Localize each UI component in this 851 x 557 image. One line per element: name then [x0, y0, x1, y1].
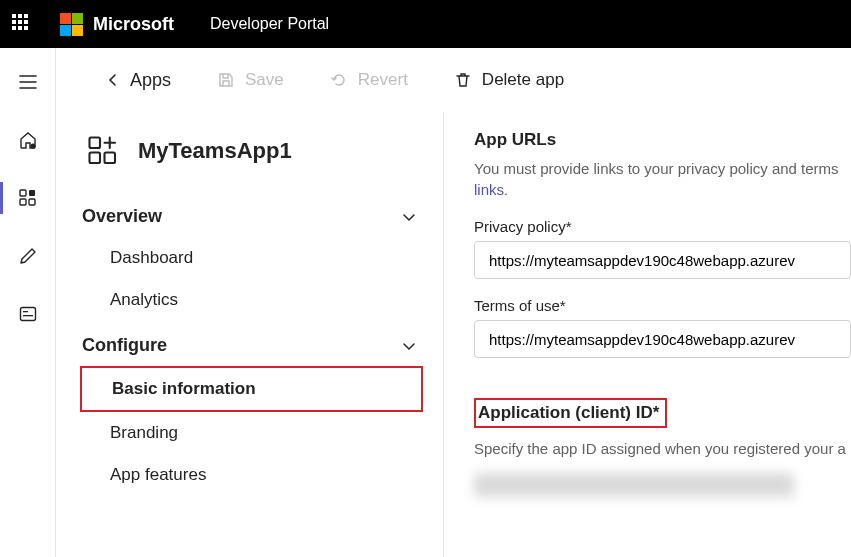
- svg-rect-5: [20, 308, 35, 321]
- svg-rect-9: [90, 153, 101, 164]
- revert-button: Revert: [330, 70, 408, 90]
- hamburger-icon: [18, 72, 38, 92]
- client-id-help: Specify the app ID assigned when you reg…: [474, 438, 851, 459]
- apps-icon: [18, 188, 38, 208]
- client-id-title: Application (client) ID*: [474, 398, 667, 428]
- nav-overview-header[interactable]: Overview: [80, 192, 423, 237]
- revert-label: Revert: [358, 70, 408, 90]
- svg-rect-7: [23, 315, 33, 316]
- rail-edit-button[interactable]: [0, 240, 56, 272]
- privacy-input[interactable]: [474, 241, 851, 279]
- svg-rect-4: [29, 190, 35, 196]
- pencil-icon: [18, 246, 38, 266]
- app-icon: [86, 134, 120, 168]
- content-area: MyTeamsApp1 Overview Dashboard Analytics…: [56, 112, 851, 557]
- waffle-icon[interactable]: [12, 14, 32, 34]
- nav-overview-section: Overview Dashboard Analytics: [80, 192, 423, 321]
- microsoft-logo-icon: [60, 13, 83, 36]
- trash-icon: [454, 71, 472, 89]
- app-header: MyTeamsApp1: [80, 120, 423, 192]
- app-grid-icon: [88, 136, 118, 166]
- chevron-down-icon: [401, 209, 417, 225]
- delete-label: Delete app: [482, 70, 564, 90]
- save-label: Save: [245, 70, 284, 90]
- back-button[interactable]: Apps: [106, 70, 171, 91]
- client-id-value-redacted: [474, 473, 794, 497]
- svg-rect-6: [23, 311, 28, 312]
- chevron-left-icon: [106, 73, 120, 87]
- top-bar: Microsoft Developer Portal: [0, 0, 851, 48]
- back-label: Apps: [130, 70, 171, 91]
- nav-item-basic-information[interactable]: Basic information: [80, 366, 423, 412]
- nav-item-dashboard[interactable]: Dashboard: [80, 237, 423, 279]
- chevron-down-icon: [401, 338, 417, 354]
- nav-item-branding[interactable]: Branding: [80, 412, 423, 454]
- terms-input[interactable]: [474, 320, 851, 358]
- nav-item-analytics[interactable]: Analytics: [80, 279, 423, 321]
- rail-home-button[interactable]: [0, 124, 56, 156]
- terms-label: Terms of use*: [474, 297, 851, 314]
- nav-item-app-features[interactable]: App features: [80, 454, 423, 496]
- rail-apps-button[interactable]: [0, 182, 56, 214]
- svg-rect-2: [20, 199, 26, 205]
- rail-tools-button[interactable]: [0, 298, 56, 330]
- app-sidebar: MyTeamsApp1 Overview Dashboard Analytics…: [56, 112, 444, 557]
- app-urls-help: You must provide links to your privacy p…: [474, 158, 851, 200]
- svg-rect-1: [20, 190, 26, 196]
- links-link[interactable]: links: [474, 181, 504, 198]
- nav-configure-header[interactable]: Configure: [80, 321, 423, 366]
- svg-rect-10: [105, 153, 116, 164]
- page-toolbar: Apps Save Revert Delete app: [56, 48, 851, 112]
- privacy-label: Privacy policy*: [474, 218, 851, 235]
- app-title: MyTeamsApp1: [138, 138, 292, 164]
- card-icon: [18, 304, 38, 324]
- delete-button[interactable]: Delete app: [454, 70, 564, 90]
- nav-configure-title: Configure: [82, 335, 167, 356]
- hamburger-button[interactable]: [0, 66, 56, 98]
- svg-rect-8: [90, 138, 101, 149]
- nav-overview-title: Overview: [82, 206, 162, 227]
- terms-field: Terms of use*: [474, 297, 851, 358]
- home-icon: [18, 130, 38, 150]
- save-icon: [217, 71, 235, 89]
- portal-title: Developer Portal: [210, 15, 329, 33]
- revert-icon: [330, 71, 348, 89]
- microsoft-logo: Microsoft: [60, 13, 174, 36]
- brand-name: Microsoft: [93, 14, 174, 35]
- svg-rect-3: [29, 199, 35, 205]
- main-panel: App URLs You must provide links to your …: [444, 112, 851, 557]
- nav-configure-section: Configure Basic information Branding App…: [80, 321, 423, 496]
- app-urls-title: App URLs: [474, 130, 851, 150]
- privacy-field: Privacy policy*: [474, 218, 851, 279]
- left-rail: [0, 48, 56, 557]
- save-button: Save: [217, 70, 284, 90]
- svg-point-0: [30, 143, 35, 148]
